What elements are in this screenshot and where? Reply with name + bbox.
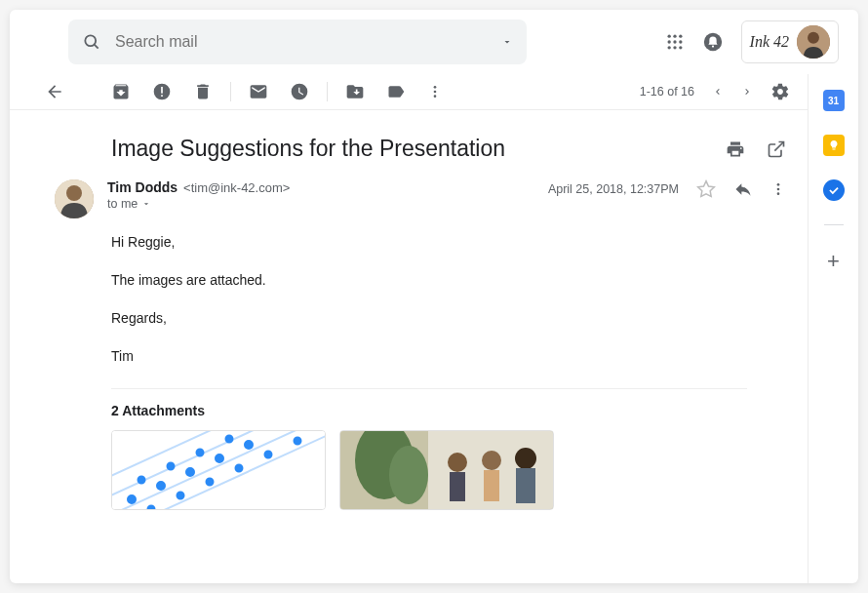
print-icon[interactable] xyxy=(726,139,745,159)
svg-point-47 xyxy=(265,452,272,458)
svg-point-41 xyxy=(197,450,204,456)
svg-point-40 xyxy=(168,463,175,470)
svg-point-28 xyxy=(777,192,780,195)
svg-rect-17 xyxy=(161,95,163,97)
svg-point-42 xyxy=(226,436,233,443)
svg-point-55 xyxy=(482,451,501,470)
attachments-section: 2 Attachments xyxy=(55,384,786,510)
header: Ink 42 xyxy=(10,10,858,74)
svg-point-38 xyxy=(245,441,253,449)
search-dropdown-icon[interactable] xyxy=(501,36,513,48)
attachment-thumbnail[interactable] xyxy=(339,430,554,510)
svg-point-24 xyxy=(66,185,82,201)
svg-point-10 xyxy=(679,46,682,49)
next-page-icon[interactable] xyxy=(741,86,753,98)
pagination-text: 1-16 of 16 xyxy=(640,85,694,99)
svg-point-4 xyxy=(679,35,682,38)
svg-point-43 xyxy=(148,506,155,511)
brand-text: Ink 42 xyxy=(750,33,789,51)
svg-point-57 xyxy=(515,448,536,469)
svg-point-6 xyxy=(673,40,676,43)
app-window: Ink 42 xyxy=(10,10,858,583)
toolbar: 1-16 of 16 xyxy=(10,74,808,110)
attachment-thumbnail[interactable] xyxy=(111,430,326,510)
svg-point-52 xyxy=(389,446,428,504)
archive-icon[interactable] xyxy=(111,82,131,101)
svg-point-36 xyxy=(186,468,194,476)
recipient-line[interactable]: to me xyxy=(107,197,534,211)
svg-point-37 xyxy=(216,455,223,462)
mark-unread-icon[interactable] xyxy=(249,82,268,101)
svg-point-2 xyxy=(667,35,670,38)
svg-point-53 xyxy=(448,453,467,472)
svg-point-34 xyxy=(128,495,136,503)
tasks-icon[interactable] xyxy=(823,179,845,201)
report-spam-icon[interactable] xyxy=(152,82,172,101)
snooze-icon[interactable] xyxy=(290,82,309,101)
svg-point-39 xyxy=(138,477,145,484)
settings-icon[interactable] xyxy=(770,82,790,101)
message: Tim Dodds <tim@ink-42.com> to me April 2… xyxy=(10,172,808,510)
sender-avatar[interactable] xyxy=(55,179,94,218)
message-header: Tim Dodds <tim@ink-42.com> to me April 2… xyxy=(55,179,786,218)
svg-point-8 xyxy=(667,46,670,49)
svg-line-22 xyxy=(774,141,783,150)
body-line: Regards, xyxy=(111,308,786,329)
subject-row: Image Suggestions for the Presentation xyxy=(10,110,808,172)
svg-point-45 xyxy=(207,479,214,486)
user-avatar[interactable] xyxy=(797,25,830,59)
svg-line-1 xyxy=(95,45,99,49)
svg-point-26 xyxy=(777,183,780,186)
sender-email: <tim@ink-42.com> xyxy=(183,180,290,195)
message-more-icon[interactable] xyxy=(770,181,786,197)
search-icon xyxy=(82,32,101,52)
back-icon[interactable] xyxy=(45,82,64,101)
star-icon[interactable] xyxy=(696,179,716,199)
svg-point-7 xyxy=(679,40,682,43)
body-line: Hi Reggie, xyxy=(111,232,786,253)
svg-point-5 xyxy=(667,40,670,43)
notifications-icon[interactable] xyxy=(702,31,724,53)
sender-name: Tim Dodds xyxy=(107,179,178,195)
body-line: The images are attached. xyxy=(111,270,786,291)
svg-point-14 xyxy=(808,32,819,44)
svg-rect-54 xyxy=(450,472,465,501)
svg-point-20 xyxy=(434,91,437,94)
delete-icon[interactable] xyxy=(193,82,213,101)
email-subject: Image Suggestions for the Presentation xyxy=(111,136,710,162)
search-bar[interactable] xyxy=(68,20,527,64)
side-panel: 31 + xyxy=(808,74,858,583)
svg-point-35 xyxy=(157,482,165,490)
attachments-title: 2 Attachments xyxy=(111,403,786,418)
svg-point-19 xyxy=(434,86,437,89)
keep-icon[interactable] xyxy=(823,135,845,156)
search-input[interactable] xyxy=(115,33,501,51)
svg-point-9 xyxy=(673,46,676,49)
svg-marker-25 xyxy=(698,181,715,197)
svg-point-0 xyxy=(85,35,96,46)
svg-point-21 xyxy=(434,95,437,98)
side-panel-divider xyxy=(824,224,844,225)
svg-point-48 xyxy=(295,438,301,445)
prev-page-icon[interactable] xyxy=(712,86,724,98)
svg-point-12 xyxy=(711,45,713,47)
labels-icon[interactable] xyxy=(386,82,406,101)
svg-point-3 xyxy=(673,35,676,38)
more-icon[interactable] xyxy=(427,82,443,101)
header-right: Ink 42 xyxy=(665,20,839,63)
svg-rect-58 xyxy=(516,468,535,503)
message-timestamp: April 25, 2018, 12:37PM xyxy=(548,182,679,196)
svg-point-27 xyxy=(777,188,780,191)
calendar-icon[interactable]: 31 xyxy=(823,90,845,111)
body-line: Tim xyxy=(111,346,786,367)
add-addon-icon[interactable]: + xyxy=(827,249,840,274)
message-body: Hi Reggie, The images are attached. Rega… xyxy=(55,218,786,367)
move-to-icon[interactable] xyxy=(345,82,365,101)
svg-rect-56 xyxy=(484,470,499,501)
svg-rect-16 xyxy=(161,87,163,94)
svg-point-44 xyxy=(178,493,184,499)
reply-icon[interactable] xyxy=(733,179,753,199)
apps-icon[interactable] xyxy=(665,32,685,52)
open-new-window-icon[interactable] xyxy=(767,139,786,159)
brand-box[interactable]: Ink 42 xyxy=(741,20,839,63)
